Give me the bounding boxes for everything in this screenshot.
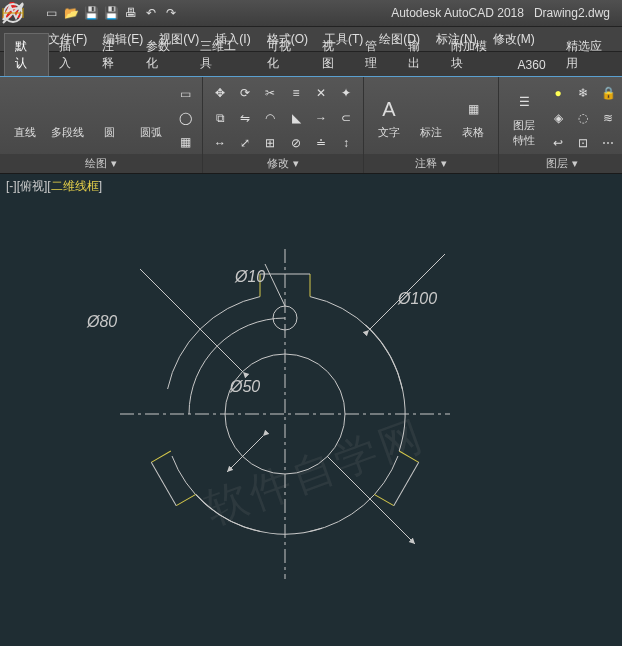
lengthen-icon[interactable]: ↕ bbox=[335, 132, 357, 154]
panel-draw: 直线 多段线 圆 圆弧 ▭ ◯ ▦ 绘图 ▾ bbox=[0, 77, 203, 173]
layer-state-icon[interactable]: ⊡ bbox=[572, 132, 594, 154]
layer-off-icon[interactable]: ◌ bbox=[572, 107, 594, 129]
rotate-icon[interactable]: ⟳ bbox=[234, 82, 256, 104]
tab-visualize[interactable]: 可视化 bbox=[257, 34, 312, 76]
layer-props-label: 图层 特性 bbox=[513, 118, 535, 148]
panel-layers: ☰图层 特性 ●❄🔒 ◈◌≋ ↩⊡⋯ 图层 ▾ bbox=[499, 77, 622, 173]
tab-manage[interactable]: 管理 bbox=[355, 34, 398, 76]
drawing-svg: Ø10 Ø80 Ø50 Ø100 bbox=[0, 174, 622, 646]
dimension-label: 标注 bbox=[420, 125, 442, 140]
ribbon-tabs: 默认 插入 注释 参数化 三维工具 可视化 视图 管理 输出 附加模块 A360… bbox=[0, 52, 622, 77]
tab-a360[interactable]: A360 bbox=[508, 54, 556, 76]
svg-line-13 bbox=[374, 494, 394, 505]
table-button[interactable]: ▦表格 bbox=[454, 95, 492, 140]
panel-layers-title[interactable]: 图层 ▾ bbox=[499, 154, 622, 173]
tab-default[interactable]: 默认 bbox=[4, 33, 49, 76]
quick-access-toolbar: ▭ 📂 💾 💾 🖶 ↶ ↷ Autodesk AutoCAD 2018 Draw… bbox=[0, 0, 622, 27]
tab-3dtools[interactable]: 三维工具 bbox=[190, 34, 256, 76]
text-label: 文字 bbox=[378, 125, 400, 140]
plot-icon[interactable]: 🖶 bbox=[122, 4, 140, 22]
mirror-icon[interactable]: ⇋ bbox=[234, 107, 256, 129]
array-icon[interactable]: ⊞ bbox=[259, 132, 281, 154]
text-button[interactable]: A文字 bbox=[370, 95, 408, 140]
align-icon[interactable]: ≐ bbox=[310, 132, 332, 154]
offset-icon[interactable]: ≡ bbox=[285, 82, 307, 104]
redo-icon[interactable]: ↷ bbox=[162, 4, 180, 22]
ellipse-icon[interactable]: ◯ bbox=[174, 107, 196, 129]
dim-d10: Ø10 bbox=[234, 268, 265, 285]
trim-icon[interactable]: ✂ bbox=[259, 82, 281, 104]
dim-d50: Ø50 bbox=[229, 378, 260, 395]
open-icon[interactable]: 📂 bbox=[62, 4, 80, 22]
layer-iso-icon[interactable]: ◈ bbox=[547, 107, 569, 129]
erase-icon[interactable]: ✕ bbox=[310, 82, 332, 104]
break-icon[interactable]: ⊘ bbox=[285, 132, 307, 154]
svg-line-14 bbox=[394, 462, 419, 505]
explode-icon[interactable]: ✦ bbox=[335, 82, 357, 104]
table-label: 表格 bbox=[462, 125, 484, 140]
panel-draw-title[interactable]: 绘图 ▾ bbox=[0, 154, 202, 173]
tab-parametric[interactable]: 参数化 bbox=[136, 34, 191, 76]
undo-icon[interactable]: ↶ bbox=[142, 4, 160, 22]
panel-annotation: A文字 标注 ▦表格 注释 ▾ bbox=[364, 77, 499, 173]
join-icon[interactable]: ⊂ bbox=[335, 107, 357, 129]
svg-line-21 bbox=[227, 436, 263, 472]
tab-addins[interactable]: 附加模块 bbox=[441, 34, 507, 76]
tab-view[interactable]: 视图 bbox=[312, 34, 355, 76]
dim-d80: Ø80 bbox=[86, 313, 117, 330]
scale-icon[interactable]: ⤢ bbox=[234, 132, 256, 154]
panel-modify-title[interactable]: 修改 ▾ bbox=[203, 154, 363, 173]
tab-insert[interactable]: 插入 bbox=[49, 34, 92, 76]
arc-label: 圆弧 bbox=[140, 125, 162, 140]
ribbon: 直线 多段线 圆 圆弧 ▭ ◯ ▦ 绘图 ▾ ✥⟳✂ ⧉⇋◠ ↔⤢⊞ ≡✕✦ ◣… bbox=[0, 77, 622, 174]
stretch-icon[interactable]: ↔ bbox=[209, 132, 231, 154]
svg-line-17 bbox=[151, 462, 176, 505]
circle-label: 圆 bbox=[104, 125, 115, 140]
line-label: 直线 bbox=[14, 125, 36, 140]
doc-title: Drawing2.dwg bbox=[534, 6, 610, 20]
panel-annotation-title[interactable]: 注释 ▾ bbox=[364, 154, 498, 173]
layer-on-icon[interactable]: ● bbox=[547, 82, 569, 104]
line-button[interactable]: 直线 bbox=[6, 95, 44, 140]
chamfer-icon[interactable]: ◣ bbox=[285, 107, 307, 129]
fillet-icon[interactable]: ◠ bbox=[259, 107, 281, 129]
dimension-button[interactable]: 标注 bbox=[412, 95, 450, 140]
layer-props-button[interactable]: ☰图层 特性 bbox=[505, 88, 543, 148]
hatch-icon[interactable]: ▦ bbox=[174, 131, 196, 153]
svg-line-19 bbox=[140, 269, 243, 372]
new-icon[interactable]: ▭ bbox=[42, 4, 60, 22]
polyline-button[interactable]: 多段线 bbox=[48, 95, 86, 140]
layer-prev-icon[interactable]: ↩ bbox=[547, 132, 569, 154]
saveas-icon[interactable]: 💾 bbox=[102, 4, 120, 22]
panel-modify: ✥⟳✂ ⧉⇋◠ ↔⤢⊞ ≡✕✦ ◣→⊂ ⊘≐↕ 修改 ▾ bbox=[203, 77, 364, 173]
svg-line-12 bbox=[399, 451, 419, 462]
layer-match-icon[interactable]: ≋ bbox=[597, 107, 619, 129]
tab-featured[interactable]: 精选应用 bbox=[556, 34, 622, 76]
layer-lock-icon[interactable]: 🔒 bbox=[597, 82, 619, 104]
polyline-label: 多段线 bbox=[51, 125, 84, 140]
drawing-canvas[interactable]: [-][俯视][二维线框] 软件自学网 bbox=[0, 174, 622, 646]
layer-more-icon[interactable]: ⋯ bbox=[597, 132, 619, 154]
dim-d100: Ø100 bbox=[397, 290, 437, 307]
svg-line-16 bbox=[151, 451, 171, 462]
svg-line-24 bbox=[265, 264, 285, 306]
layer-freeze-icon[interactable]: ❄ bbox=[572, 82, 594, 104]
circle-button[interactable]: 圆 bbox=[90, 95, 128, 140]
extend-icon[interactable]: → bbox=[310, 107, 332, 129]
arc-button[interactable]: 圆弧 bbox=[132, 95, 170, 140]
copy-icon[interactable]: ⧉ bbox=[209, 107, 231, 129]
svg-line-15 bbox=[176, 494, 196, 505]
tab-output[interactable]: 输出 bbox=[398, 34, 441, 76]
save-icon[interactable]: 💾 bbox=[82, 4, 100, 22]
svg-line-20 bbox=[327, 456, 415, 544]
move-icon[interactable]: ✥ bbox=[209, 82, 231, 104]
tab-annotate[interactable]: 注释 bbox=[92, 34, 135, 76]
rectangle-icon[interactable]: ▭ bbox=[174, 83, 196, 105]
app-title: Autodesk AutoCAD 2018 bbox=[391, 6, 524, 20]
